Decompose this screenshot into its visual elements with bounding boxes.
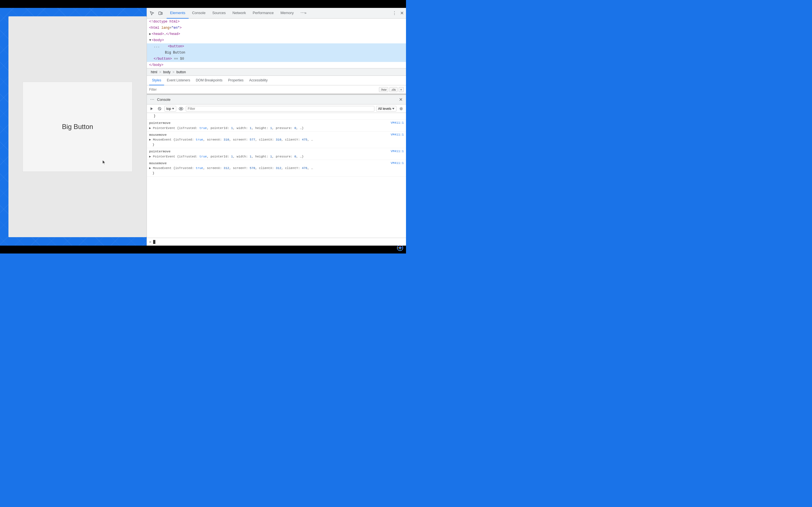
console-input-cursor[interactable]	[153, 240, 155, 244]
console-eye-button[interactable]	[178, 106, 184, 112]
cls-button[interactable]: .cls	[389, 87, 398, 92]
svg-rect-9	[153, 99, 154, 100]
top-bar	[0, 0, 406, 8]
svg-line-12	[159, 108, 160, 110]
svg-point-1	[399, 247, 401, 249]
styles-tab-event-listeners[interactable]: Event Listeners	[164, 76, 193, 86]
tab-performance[interactable]: Performance	[249, 8, 277, 18]
inspect-icon-button[interactable]	[148, 9, 156, 17]
main-area: Big Button	[0, 8, 406, 245]
filter-actions: :hov .cls +	[379, 87, 404, 92]
breadcrumb-button[interactable]: button	[175, 69, 188, 75]
styles-tab-properties[interactable]: Properties	[225, 76, 246, 86]
console-input-area: >	[147, 238, 406, 245]
console-level-select[interactable]: All levels	[376, 106, 396, 112]
devtools-tabs: Elements Console Sources Network Perform…	[167, 8, 391, 18]
breadcrumb-body[interactable]: body	[161, 69, 172, 75]
breadcrumb-bar: html > body > button	[147, 68, 406, 76]
console-toolbar: top All levels	[147, 105, 406, 113]
tab-console[interactable]: Console	[189, 8, 209, 18]
filter-bar: :hov .cls +	[147, 86, 406, 94]
device-toggle-button[interactable]	[156, 9, 164, 17]
styles-tab-accessibility[interactable]: Accessibility	[246, 76, 270, 86]
close-devtools-button[interactable]: ✕	[399, 9, 405, 17]
more-options-button[interactable]: ⋮	[391, 9, 398, 17]
bottom-bar	[0, 245, 406, 253]
styles-tabs: Styles Event Listeners DOM Breakpoints P…	[147, 76, 406, 86]
console-entry-pointermove-2[interactable]: pointermove ▶ PointerEvent {isTrusted: t…	[147, 148, 406, 160]
svg-rect-4	[301, 12, 301, 13]
console-more-button[interactable]	[149, 97, 155, 103]
page-preview: Big Button	[8, 16, 147, 237]
console-context-select[interactable]: top	[164, 106, 176, 112]
svg-rect-6	[304, 12, 304, 13]
console-log: } pointermove ▶ PointerEvent {isTrusted:…	[147, 113, 406, 238]
svg-marker-10	[151, 107, 153, 110]
elements-panel: <!doctype html> <html lang="en"> ▶<head>…	[147, 18, 406, 68]
console-stop-button[interactable]	[156, 106, 163, 112]
filter-input[interactable]	[149, 88, 378, 92]
console-title: Console	[157, 98, 170, 102]
tab-network[interactable]: Network	[229, 8, 250, 18]
console-close-button[interactable]: ✕	[398, 97, 404, 102]
big-button-label: Big Button	[62, 123, 93, 131]
console-entry-pointermove-1[interactable]: pointermove ▶ PointerEvent {isTrusted: t…	[147, 120, 406, 131]
hov-button[interactable]: :hov	[379, 87, 388, 92]
svg-rect-8	[152, 99, 153, 100]
svg-rect-7	[151, 99, 151, 100]
console-entry-brace: }	[147, 113, 406, 120]
svg-rect-3	[161, 12, 162, 14]
toolbar-right: ⋮ ✕	[391, 9, 405, 17]
styles-tab-styles[interactable]: Styles	[149, 76, 164, 86]
console-settings-button[interactable]	[398, 106, 404, 112]
tab-more[interactable]: »	[297, 8, 310, 18]
big-button-container[interactable]: Big Button	[22, 82, 133, 172]
html-line-button-text: Big Button	[147, 50, 406, 56]
html-line-html: <html lang="en">	[147, 25, 406, 31]
console-entry-mousemove-2[interactable]: mousemove ▶ MouseEvent {isTrusted: true,…	[147, 160, 406, 177]
svg-point-15	[401, 108, 402, 109]
chrome-logo	[397, 245, 403, 252]
tab-sources[interactable]: Sources	[209, 8, 229, 18]
html-line-head[interactable]: ▶<head>…</head>	[147, 31, 406, 37]
devtools-toolbar: Elements Console Sources Network Perform…	[147, 8, 406, 18]
console-entry-mousemove-1[interactable]: mousemove ▶ MouseEvent {isTrusted: true,…	[147, 131, 406, 148]
tab-elements[interactable]: Elements	[167, 8, 189, 18]
html-line-button-close[interactable]: </button> == $0	[147, 56, 406, 62]
svg-rect-2	[159, 12, 161, 15]
breadcrumb-html[interactable]: html	[149, 69, 159, 75]
add-class-button[interactable]: +	[399, 87, 404, 92]
html-line-body-close: </body>	[147, 62, 406, 68]
toolbar-icons	[148, 9, 164, 17]
console-prompt: >	[149, 240, 151, 244]
console-play-button[interactable]	[149, 106, 155, 112]
console-filter-input[interactable]	[186, 106, 374, 112]
svg-rect-5	[302, 12, 303, 13]
html-line-body[interactable]: ▼<body>	[147, 37, 406, 43]
html-line-button-open[interactable]: ... <button>	[147, 43, 406, 50]
devtools-panel: Elements Console Sources Network Perform…	[147, 8, 406, 245]
html-line-doctype: <!doctype html>	[147, 18, 406, 25]
styles-tab-dom-breakpoints[interactable]: DOM Breakpoints	[193, 76, 225, 86]
svg-point-14	[181, 108, 182, 109]
console-section: Console ✕	[147, 94, 406, 245]
console-header: Console ✕	[147, 95, 406, 105]
tab-memory[interactable]: Memory	[277, 8, 297, 18]
